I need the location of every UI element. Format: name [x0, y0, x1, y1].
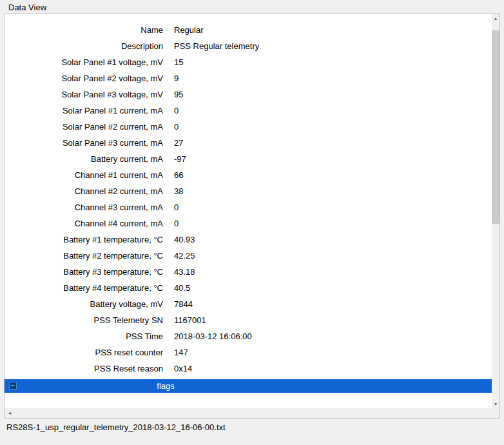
row-value: 40.93: [174, 232, 195, 248]
table-row[interactable]: Solar Panel #1 voltage, mV 15: [5, 54, 492, 70]
row-label: Solar Panel #2 voltage, mV: [5, 70, 163, 86]
table-row[interactable]: Battery voltage, mV 7844: [5, 296, 492, 312]
row-label: Channel #3 current, mA: [5, 199, 163, 215]
vertical-scrollbar-thumb[interactable]: [492, 30, 499, 224]
row-label: Solar Panel #3 voltage, mV: [5, 86, 163, 103]
row-value: 95: [174, 86, 183, 103]
selected-row-flags[interactable]: − flags: [5, 379, 492, 393]
row-label: Solar Panel #2 current, mA: [5, 119, 163, 135]
row-value: Regular: [174, 22, 204, 38]
table-row[interactable]: Solar Panel #2 voltage, mV 9: [5, 70, 492, 86]
table-row[interactable]: PSS Telemetry SN 1167001: [5, 312, 492, 328]
table-row[interactable]: Solar Panel #2 current, mA 0: [5, 119, 492, 135]
table-row[interactable]: Battery current, mA -97: [5, 151, 492, 167]
table-row[interactable]: Battery #2 temperature, °C 42.25: [5, 248, 492, 264]
row-label: Battery voltage, mV: [5, 296, 163, 312]
table-row[interactable]: Channel #1 current, mA 66: [5, 167, 492, 183]
group-row-label: flags: [5, 379, 327, 393]
row-label: PSS reset counter: [5, 344, 163, 361]
table-row[interactable]: PSS reset counter 147: [5, 344, 492, 361]
row-value: 0x14: [174, 361, 192, 377]
row-label: Solar Panel #3 current, mA: [5, 135, 163, 151]
row-value: 2018-03-12 16:06:00: [174, 328, 252, 344]
row-label: Description: [5, 38, 163, 54]
table-row[interactable]: Channel #2 current, mA 38: [5, 183, 492, 199]
table-row[interactable]: PSS Reset reason 0x14: [5, 361, 492, 377]
table-row[interactable]: PSS Time 2018-03-12 16:06:00: [5, 328, 492, 344]
row-label: Battery #4 temperature, °C: [5, 280, 163, 296]
table-row[interactable]: Channel #4 current, mA 0: [5, 215, 492, 232]
row-label: Battery current, mA: [5, 151, 163, 167]
row-label: PSS Telemetry SN: [5, 312, 163, 328]
row-value: 0: [174, 199, 179, 215]
horizontal-scrollbar-track[interactable]: [15, 408, 499, 418]
row-value: 1167001: [174, 312, 206, 328]
row-value: 7844: [174, 296, 193, 312]
row-label: PSS Time: [5, 328, 163, 344]
row-value: 0: [174, 119, 179, 135]
telemetry-table: Name Regular Description PSS Regular tel…: [5, 14, 492, 408]
table-row[interactable]: Channel #3 current, mA 0: [5, 199, 492, 215]
row-value: 42.25: [174, 248, 195, 264]
table-row[interactable]: Battery #3 temperature, °C 43.18: [5, 264, 492, 280]
row-value: 40.5: [174, 280, 190, 296]
status-filename: RS28S-1_usp_regular_telemetry_2018-03-12…: [6, 422, 226, 432]
row-value: 27: [174, 135, 183, 151]
row-value: 43.18: [174, 264, 195, 280]
data-rows: Name Regular Description PSS Regular tel…: [5, 22, 492, 377]
scroll-down-icon: ▼: [494, 402, 498, 406]
row-value: 9: [174, 70, 179, 86]
row-value: 15: [174, 54, 183, 70]
scroll-down-button[interactable]: ▼: [492, 399, 499, 408]
table-row[interactable]: Solar Panel #1 current, mA 0: [5, 103, 492, 119]
app-window: Data View Name Regular Description PSS R…: [0, 0, 504, 445]
horizontal-scrollbar[interactable]: ◄: [5, 408, 499, 418]
table-row[interactable]: Name Regular: [5, 22, 492, 38]
row-label: Battery #1 temperature, °C: [5, 232, 163, 248]
row-label: Battery #3 temperature, °C: [5, 264, 163, 280]
row-label: Solar Panel #1 voltage, mV: [5, 54, 163, 70]
row-value: 0: [174, 215, 179, 232]
row-label: Name: [5, 22, 163, 38]
row-label: PSS Reset reason: [5, 361, 163, 377]
row-value: PSS Regular telemetry: [174, 38, 259, 54]
row-value: -97: [174, 151, 186, 167]
table-row[interactable]: Battery #4 temperature, °C 40.5: [5, 280, 492, 296]
data-view-content: Name Regular Description PSS Regular tel…: [5, 14, 499, 408]
row-label: Channel #4 current, mA: [5, 215, 163, 232]
row-value: 66: [174, 167, 183, 183]
group-title: Data View: [8, 3, 46, 12]
table-row[interactable]: Solar Panel #3 voltage, mV 95: [5, 86, 492, 103]
vertical-scrollbar-track[interactable]: [492, 23, 499, 399]
scroll-left-icon: ◄: [8, 411, 12, 415]
scroll-up-icon: ▲: [494, 16, 498, 21]
vertical-scrollbar[interactable]: ▲ ▼: [492, 14, 499, 408]
data-view-panel: Name Regular Description PSS Regular tel…: [4, 13, 500, 419]
row-label: Solar Panel #1 current, mA: [5, 103, 163, 119]
scroll-up-button[interactable]: ▲: [492, 14, 499, 23]
row-label: Battery #2 temperature, °C: [5, 248, 163, 264]
table-row[interactable]: Description PSS Regular telemetry: [5, 38, 492, 54]
scroll-left-button[interactable]: ◄: [5, 408, 15, 418]
row-value: 147: [174, 344, 188, 361]
row-label: Channel #1 current, mA: [5, 167, 163, 183]
row-value: 0: [174, 103, 179, 119]
row-value: 38: [174, 183, 183, 199]
table-row[interactable]: Solar Panel #3 current, mA 27: [5, 135, 492, 151]
table-row[interactable]: Battery #1 temperature, °C 40.93: [5, 232, 492, 248]
row-label: Channel #2 current, mA: [5, 183, 163, 199]
